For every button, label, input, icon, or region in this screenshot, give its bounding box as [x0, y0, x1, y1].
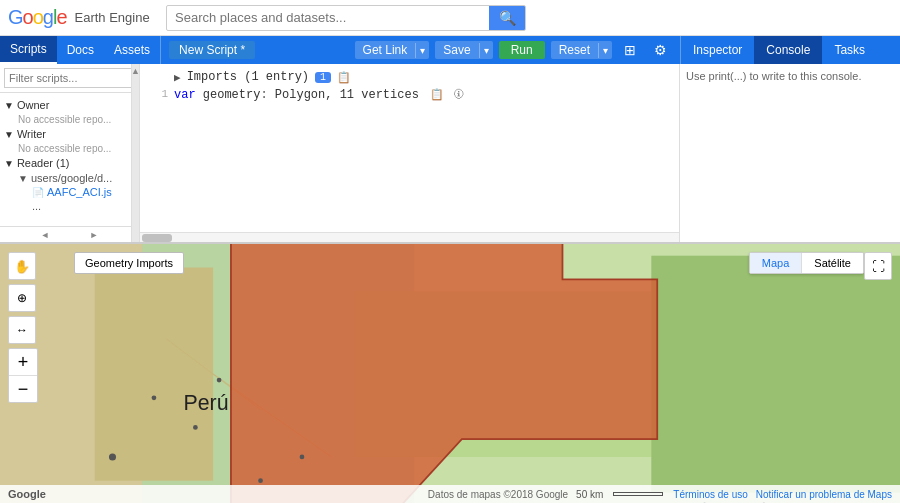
folder-arrow: ▼	[18, 173, 28, 184]
tab-console[interactable]: Console	[754, 36, 822, 64]
map-type-satelite[interactable]: Satélite	[801, 253, 863, 273]
map-data-text: Datos de mapas ©2018 Google	[428, 489, 568, 500]
info-icon-1[interactable]: 🛈	[453, 89, 464, 101]
svg-point-10	[193, 425, 198, 430]
code-text-1: var geometry: Polygon, 11 vertices 📋 🛈	[174, 88, 464, 102]
measure-icon: ↔	[16, 323, 28, 337]
grid-icon: ⊞	[624, 42, 636, 58]
extra-file[interactable]: ...	[0, 199, 139, 213]
search-bar: 🔍	[166, 5, 526, 31]
tab-inspector[interactable]: Inspector	[681, 36, 754, 64]
writer-arrow: ▼	[4, 129, 14, 140]
search-icon: 🔍	[499, 10, 516, 26]
code-editor: ▶ Imports (1 entry) 1 📋 1 var geometry: …	[140, 64, 680, 242]
code-line-1: 1 var geometry: Polygon, 11 vertices 📋 🛈	[148, 86, 671, 104]
scroll-bar[interactable]: ▲	[131, 64, 139, 242]
scale-bar-label: 50 km	[576, 489, 603, 500]
imports-badge[interactable]: 1	[315, 72, 331, 83]
aafc-filename: AAFC_ACI.js	[47, 186, 112, 198]
save-arrow[interactable]: ▾	[479, 43, 493, 58]
owner-section[interactable]: ▼ Owner	[0, 97, 139, 113]
search-input[interactable]	[167, 10, 489, 25]
imports-arrow[interactable]: ▶	[174, 71, 181, 84]
svg-point-8	[109, 453, 116, 460]
imports-copy-icon[interactable]: 📋	[337, 71, 351, 84]
reader-label: Reader (1)	[17, 157, 70, 169]
left-panel: ▲ ▼ Owner No accessible repo... ▼ Writer…	[0, 64, 140, 242]
reader-section[interactable]: ▼ Reader (1)	[0, 155, 139, 171]
crosshair-icon: ⊕	[17, 291, 27, 305]
content-area: ▲ ▼ Owner No accessible repo... ▼ Writer…	[0, 64, 900, 503]
editor-scrollbar[interactable]	[140, 232, 679, 242]
extra-filename: ...	[32, 200, 41, 212]
run-button[interactable]: Run	[499, 41, 545, 59]
writer-no-access: No accessible repo...	[0, 142, 139, 155]
file-icon: 📄	[32, 187, 44, 198]
svg-point-12	[258, 478, 263, 483]
left-tabs: Scripts Docs Assets	[0, 36, 160, 64]
svg-text:Perú: Perú	[184, 391, 229, 415]
console-output: Use print(...) to write to this console.	[680, 64, 900, 242]
tab-assets[interactable]: Assets	[104, 36, 160, 64]
save-btn-group: Save ▾	[435, 41, 492, 59]
scroll-right-arrow[interactable]: ►	[90, 230, 99, 240]
zoom-out-btn[interactable]: −	[9, 376, 37, 402]
grid-icon-btn[interactable]: ⊞	[618, 38, 642, 62]
editor-content[interactable]: ▶ Imports (1 entry) 1 📋 1 var geometry: …	[140, 64, 679, 232]
google-logo-text: Google	[8, 6, 67, 29]
reader-folder[interactable]: ▼ users/google/d...	[0, 171, 139, 185]
geometry-imports-btn[interactable]: Geometry Imports	[74, 252, 184, 274]
imports-text: Imports (1 entry)	[187, 70, 309, 84]
writer-section[interactable]: ▼ Writer	[0, 126, 139, 142]
get-link-button[interactable]: Get Link	[355, 41, 416, 59]
reset-button[interactable]: Reset	[551, 41, 598, 59]
tab-docs[interactable]: Docs	[57, 36, 104, 64]
logo: Google Earth Engine	[8, 6, 158, 29]
svg-point-13	[300, 455, 305, 460]
copy-icon-1[interactable]: 📋	[430, 89, 444, 101]
scrollbar-thumb[interactable]	[142, 234, 172, 242]
hand-tool-btn[interactable]: ✋	[8, 252, 36, 280]
save-button[interactable]: Save	[435, 41, 478, 59]
zoom-in-btn[interactable]: +	[9, 349, 37, 375]
line-num-1: 1	[148, 88, 168, 100]
earth-engine-logo-text: Earth Engine	[75, 10, 150, 25]
owner-label: Owner	[17, 99, 49, 111]
google-watermark: Google	[8, 488, 46, 500]
svg-point-11	[217, 378, 222, 383]
map-type-buttons: Mapa Satélite	[749, 252, 864, 274]
settings-icon-btn[interactable]: ⚙	[648, 38, 672, 62]
scroll-left-arrow[interactable]: ◄	[41, 230, 50, 240]
tab-tasks[interactable]: Tasks	[822, 36, 877, 64]
owner-no-access: No accessible repo...	[0, 113, 139, 126]
search-button[interactable]: 🔍	[489, 5, 525, 31]
terms-link[interactable]: Términos de uso	[673, 489, 747, 500]
get-link-arrow[interactable]: ▾	[415, 43, 429, 58]
imports-line: ▶ Imports (1 entry) 1 📋	[148, 68, 671, 86]
reader-folder-name: users/google/d...	[31, 172, 112, 184]
new-script-tab[interactable]: New Script *	[169, 41, 255, 59]
map-controls-left: ✋ ⊕ ↔ + −	[8, 252, 38, 403]
svg-rect-5	[651, 256, 900, 493]
report-link[interactable]: Notificar un problema de Maps	[756, 489, 892, 500]
fullscreen-icon: ⛶	[872, 259, 885, 274]
measure-tool-btn[interactable]: ↔	[8, 316, 36, 344]
map-type-mapa[interactable]: Mapa	[750, 253, 802, 273]
scale-bar	[613, 492, 663, 496]
bottom-scroll[interactable]: ◄ ►	[0, 226, 139, 242]
hand-icon: ✋	[14, 259, 30, 274]
reader-arrow: ▼	[4, 158, 14, 169]
writer-label: Writer	[17, 128, 46, 140]
filter-scripts-input[interactable]	[4, 68, 135, 88]
crosshair-tool-btn[interactable]: ⊕	[8, 284, 36, 312]
tab-scripts[interactable]: Scripts	[0, 36, 57, 64]
right-tabs: Inspector Console Tasks	[680, 36, 900, 64]
map-area: Perú ✋ ⊕ ↔ + − Geometry Imports	[0, 244, 900, 503]
topbar: Google Earth Engine 🔍	[0, 0, 900, 36]
top-panels: ▲ ▼ Owner No accessible repo... ▼ Writer…	[0, 64, 900, 244]
scroll-up-arrow[interactable]: ▲	[131, 66, 140, 76]
reset-arrow[interactable]: ▾	[598, 43, 612, 58]
aafc-aci-file[interactable]: 📄 AAFC_ACI.js	[0, 185, 139, 199]
fullscreen-btn[interactable]: ⛶	[864, 252, 892, 280]
map-svg: Perú	[0, 244, 900, 503]
